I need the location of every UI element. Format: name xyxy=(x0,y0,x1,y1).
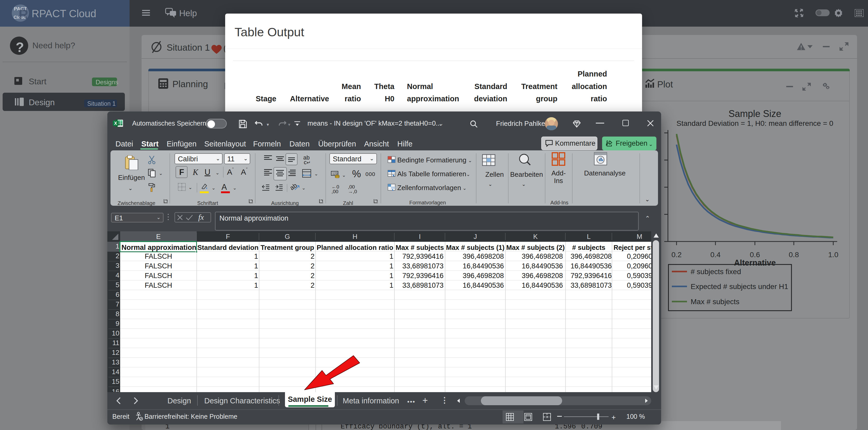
svg-text:Max # subjects: Max # subjects xyxy=(691,298,740,306)
svg-text:1.0: 1.0 xyxy=(828,251,838,259)
svg-text:# subjects fixed: # subjects fixed xyxy=(691,268,741,276)
svg-text:0.6: 0.6 xyxy=(750,251,760,259)
svg-text:X: X xyxy=(114,121,117,126)
svg-text:Expected # subjects under H1: Expected # subjects under H1 xyxy=(691,283,788,291)
svg-text:0.2: 0.2 xyxy=(672,251,682,259)
svg-text:0.8: 0.8 xyxy=(789,251,799,259)
svg-text:Sample Size: Sample Size xyxy=(728,108,781,119)
svg-text:0.4: 0.4 xyxy=(711,251,721,259)
svg-text:Standard Deviation = 1, H0: me: Standard Deviation = 1, H0: mean differe… xyxy=(677,119,833,127)
svg-text:Alternative: Alternative xyxy=(734,258,776,267)
